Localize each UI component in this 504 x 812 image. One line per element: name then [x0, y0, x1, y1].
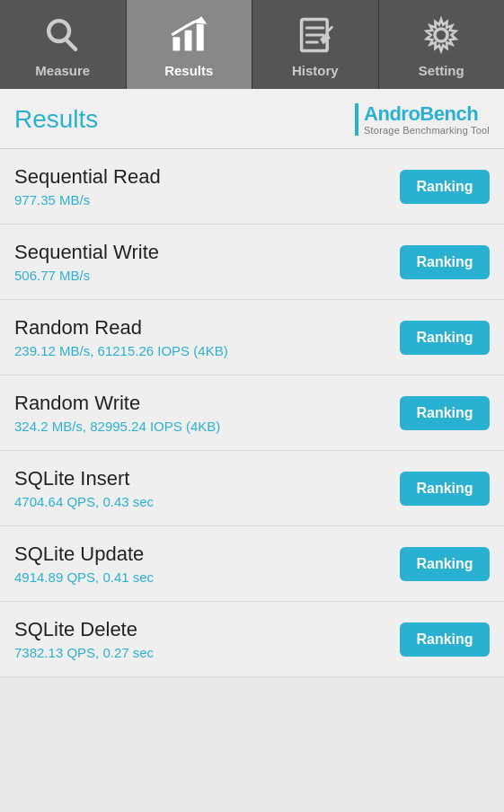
ranking-button[interactable]: Ranking	[400, 321, 490, 355]
ranking-button[interactable]: Ranking	[400, 170, 490, 204]
result-value: 7382.13 QPS, 0.27 sec	[14, 645, 154, 660]
nav-label-history: History	[292, 63, 339, 78]
result-name: SQLite Insert	[14, 467, 154, 490]
nav-label-measure: Measure	[35, 63, 90, 78]
result-row: Random Read239.12 MB/s, 61215.26 IOPS (4…	[0, 300, 504, 375]
result-value: 4704.64 QPS, 0.43 sec	[14, 494, 154, 509]
logo-brand-part2: Bench	[420, 102, 478, 125]
results-icon	[166, 13, 211, 57]
result-row: SQLite Insert4704.64 QPS, 0.43 secRankin…	[0, 451, 504, 526]
result-row: Sequential Write506.77 MB/sRanking	[0, 225, 504, 300]
result-name: Sequential Read	[14, 165, 161, 189]
result-info: Random Write324.2 MB/s, 82995.24 IOPS (4…	[14, 392, 220, 434]
logo-subtitle: Storage Benchmarking Tool	[364, 125, 490, 136]
result-value: 239.12 MB/s, 61215.26 IOPS (4KB)	[14, 343, 228, 358]
androbench-logo: AndroBench Storage Benchmarking Tool	[355, 103, 490, 136]
logo-accent-bar	[355, 103, 358, 136]
nav-label-setting: Setting	[419, 63, 464, 78]
ranking-button[interactable]: Ranking	[400, 622, 490, 657]
result-info: SQLite Update4914.89 QPS, 0.41 sec	[14, 543, 154, 585]
result-info: Sequential Write506.77 MB/s	[14, 241, 159, 283]
setting-icon	[419, 13, 464, 57]
nav-item-history[interactable]: History	[252, 0, 379, 89]
svg-point-12	[435, 29, 447, 41]
history-icon	[293, 13, 338, 57]
ranking-button[interactable]: Ranking	[400, 547, 490, 581]
nav-label-results: Results	[164, 63, 213, 78]
page-title: Results	[14, 105, 98, 134]
result-info: SQLite Delete7382.13 QPS, 0.27 sec	[14, 618, 154, 660]
result-row: SQLite Delete7382.13 QPS, 0.27 secRankin…	[0, 602, 504, 677]
ranking-button[interactable]: Ranking	[400, 396, 490, 430]
result-value: 977.35 MB/s	[14, 192, 161, 207]
svg-rect-3	[185, 31, 192, 51]
result-info: Sequential Read977.35 MB/s	[14, 165, 161, 207]
result-name: Random Write	[14, 392, 220, 415]
svg-line-1	[66, 40, 75, 49]
nav-item-setting[interactable]: Setting	[379, 0, 505, 89]
logo-brand-name: AndroBench	[364, 103, 478, 125]
logo-text: AndroBench Storage Benchmarking Tool	[364, 103, 490, 136]
result-value: 506.77 MB/s	[14, 268, 159, 283]
svg-rect-4	[197, 24, 204, 51]
logo-brand-part1: Andro	[364, 102, 420, 125]
nav-item-results[interactable]: Results	[127, 0, 253, 89]
ranking-button[interactable]: Ranking	[400, 472, 490, 506]
svg-rect-2	[173, 37, 181, 50]
results-header: Results AndroBench Storage Benchmarking …	[0, 89, 504, 149]
result-value: 324.2 MB/s, 82995.24 IOPS (4KB)	[14, 419, 220, 434]
result-name: Sequential Write	[14, 241, 159, 264]
result-info: Random Read239.12 MB/s, 61215.26 IOPS (4…	[14, 316, 228, 358]
nav-bar: Measure Results	[0, 0, 504, 89]
result-value: 4914.89 QPS, 0.41 sec	[14, 569, 154, 585]
results-list: Sequential Read977.35 MB/sRankingSequent…	[0, 149, 504, 677]
nav-item-measure[interactable]: Measure	[0, 0, 127, 89]
result-name: SQLite Delete	[14, 618, 154, 641]
measure-icon	[40, 13, 85, 57]
result-name: SQLite Update	[14, 543, 154, 566]
result-row: SQLite Update4914.89 QPS, 0.41 secRankin…	[0, 526, 504, 602]
result-info: SQLite Insert4704.64 QPS, 0.43 sec	[14, 467, 154, 509]
result-row: Random Write324.2 MB/s, 82995.24 IOPS (4…	[0, 375, 504, 451]
result-row: Sequential Read977.35 MB/sRanking	[0, 149, 504, 225]
ranking-button[interactable]: Ranking	[400, 245, 490, 279]
result-name: Random Read	[14, 316, 228, 340]
